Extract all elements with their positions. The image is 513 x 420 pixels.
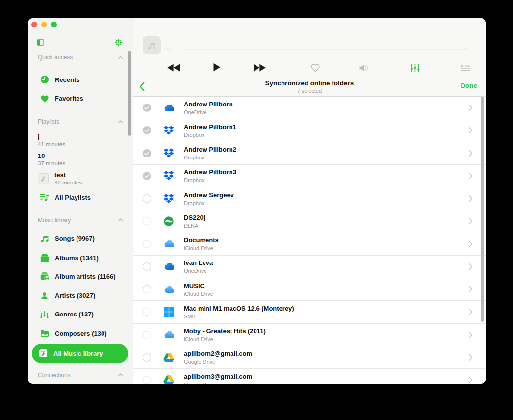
- composers-icon: [40, 329, 49, 337]
- zoom-window-button[interactable]: [51, 22, 57, 27]
- folder-name: Ivan Leva: [184, 259, 468, 266]
- sidebar-scrollbar[interactable]: [128, 51, 131, 136]
- checkbox-checked[interactable]: [143, 104, 151, 112]
- albums-icon: [40, 254, 49, 262]
- folder-row[interactable]: DS220jDLNA: [133, 210, 486, 233]
- chevron-right-icon: [468, 104, 473, 111]
- checkbox-unchecked[interactable]: [143, 285, 151, 293]
- app-window: Quick accessRecentsFavoritesPlaylistsj41…: [28, 18, 486, 384]
- gear-icon[interactable]: [115, 39, 122, 46]
- remaining-time: --:--: [461, 47, 468, 51]
- checkbox-unchecked[interactable]: [143, 240, 151, 248]
- chevron-right-icon: [468, 195, 473, 202]
- checkbox-unchecked[interactable]: [143, 308, 151, 316]
- sidebar-toggle-icon[interactable]: [37, 39, 44, 46]
- sidebar-item-genres-137-[interactable]: Genres (137): [28, 305, 133, 324]
- check-icon: [144, 105, 150, 110]
- folder-row[interactable]: Andrew SergeevDropbox: [133, 187, 486, 210]
- icloud-icon: [163, 284, 174, 295]
- section-title: Music library: [38, 217, 71, 224]
- sidebar-item-favorites[interactable]: Favorites: [28, 89, 133, 108]
- fast-forward-button[interactable]: [253, 64, 266, 72]
- gdrive-icon: [163, 352, 174, 363]
- sidebar-item-label: Genres (137): [55, 311, 94, 318]
- playlist-item-j[interactable]: j41 minutes: [28, 131, 133, 150]
- folder-text: Andrew Pillborn3Dropbox: [184, 168, 468, 183]
- playlist-item-10[interactable]: 1037 minutes: [28, 150, 133, 169]
- checkbox-unchecked[interactable]: [143, 353, 151, 362]
- sidebar-item-all-playlists[interactable]: All Playlists: [28, 188, 133, 207]
- checkbox-unchecked[interactable]: [143, 194, 151, 203]
- check-icon: [144, 174, 150, 178]
- rewind-button[interactable]: [167, 64, 180, 72]
- chevron-right-icon: [468, 376, 473, 384]
- sidebar-item-label: Recents: [55, 76, 80, 83]
- folder-service: SMB: [184, 314, 468, 319]
- sidebar-item-label: Songs (9967): [55, 235, 95, 242]
- folder-row[interactable]: Andrew Pillborn1Dropbox: [133, 119, 486, 142]
- section-header-music-library[interactable]: Music library: [38, 216, 123, 224]
- equalizer-button[interactable]: [410, 63, 420, 73]
- close-window-button[interactable]: [31, 22, 37, 27]
- gdrive-icon: [163, 375, 174, 384]
- sidebar-item-album-artists-1166-[interactable]: Album artists (1166): [28, 267, 133, 287]
- playlist-item-test[interactable]: test32 minutes: [28, 169, 133, 188]
- folder-text: DS220jDLNA: [184, 214, 468, 229]
- volume-button[interactable]: [359, 64, 369, 72]
- music-library-icon: [39, 349, 48, 358]
- folder-row[interactable]: apillborn2@gmail.comGoogle Drive: [133, 346, 486, 369]
- folder-service: Dropbox: [184, 155, 468, 160]
- folder-row[interactable]: Andrew Pillborn3Dropbox: [133, 165, 486, 187]
- folder-name: Andrew Pillborn3: [184, 168, 468, 176]
- sidebar-item-composers-130-[interactable]: Composers (130): [28, 324, 133, 343]
- folder-row[interactable]: apillborn3@gmail.comGoogle Drive: [133, 369, 486, 384]
- section-header-playlists[interactable]: Playlists: [38, 118, 123, 126]
- checkbox-checked[interactable]: [143, 172, 151, 180]
- folder-row[interactable]: MUSICiCloud Drive: [133, 278, 486, 301]
- minimize-window-button[interactable]: [41, 22, 47, 27]
- sidebar-item-recents[interactable]: Recents: [28, 70, 133, 89]
- chevron-right-icon: [468, 354, 473, 361]
- folder-text: Andrew PillbornOneDrive: [184, 101, 468, 115]
- folder-service: iCloud Drive: [184, 336, 468, 342]
- section-header-connections[interactable]: Connections: [38, 371, 123, 379]
- play-button[interactable]: [213, 63, 221, 72]
- folder-service: Dropbox: [184, 200, 468, 206]
- folder-row[interactable]: Ivan LevaOneDrive: [133, 256, 486, 278]
- artwork-thumb-icon: [38, 173, 49, 184]
- done-button[interactable]: Done: [461, 82, 477, 89]
- checkbox-unchecked[interactable]: [143, 376, 151, 384]
- folder-row[interactable]: Andrew PillbornOneDrive: [133, 97, 486, 119]
- list-scrollbar[interactable]: [481, 97, 484, 322]
- dropbox-icon: [163, 148, 174, 158]
- checkbox-unchecked[interactable]: [143, 262, 151, 271]
- folder-name: Andrew Pillborn1: [184, 123, 468, 131]
- progress-bar[interactable]: [182, 49, 460, 50]
- sidebar-item-all-music-library[interactable]: All Music library: [32, 344, 128, 363]
- album-artists-icon: [40, 272, 49, 281]
- folder-service: Dropbox: [184, 177, 468, 183]
- sidebar-item-albums-1341-[interactable]: Albums (1341): [28, 248, 133, 267]
- folder-row[interactable]: Andrew Pillborn2Dropbox: [133, 142, 486, 165]
- back-button[interactable]: [139, 82, 145, 91]
- checkbox-checked[interactable]: [143, 126, 151, 134]
- sidebar-item-artists-3027-[interactable]: Artists (3027): [28, 286, 133, 305]
- play-queue-button[interactable]: [460, 64, 471, 72]
- dropbox-icon: [163, 170, 174, 181]
- sidebar-item-songs-9967-[interactable]: Songs (9967): [28, 230, 133, 249]
- onedrive-icon: [163, 261, 174, 272]
- favorite-button[interactable]: [310, 63, 320, 72]
- checkbox-unchecked[interactable]: [143, 331, 151, 339]
- playlist-icon: [40, 193, 49, 202]
- folder-service: DLNA: [184, 223, 468, 229]
- check-icon: [144, 151, 150, 156]
- folder-row[interactable]: Moby - Greatest Hits (2011)iCloud Drive: [133, 324, 486, 346]
- folder-name: apillborn3@gmail.com: [184, 373, 468, 380]
- checkbox-unchecked[interactable]: [143, 217, 151, 225]
- section-header-quick-access[interactable]: Quick access: [38, 53, 123, 61]
- check-icon: [144, 128, 150, 132]
- chevron-up-icon: [118, 56, 123, 59]
- folder-row[interactable]: Mac mini M1 macOS 12.6 (Monterey)SMB: [133, 301, 486, 323]
- checkbox-checked[interactable]: [143, 149, 151, 158]
- folder-row[interactable]: DocumentsiCloud Drive: [133, 233, 486, 256]
